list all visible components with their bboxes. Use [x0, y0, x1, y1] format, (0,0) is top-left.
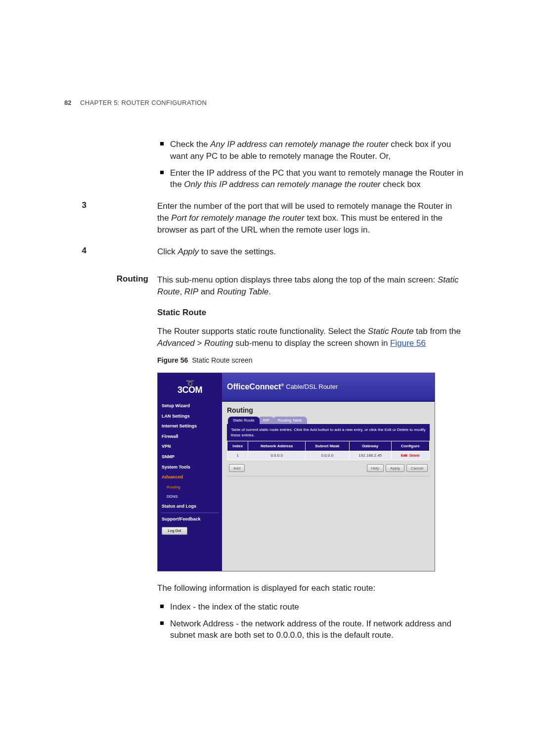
th-configure: Configure — [391, 441, 429, 451]
cell-subnet-mask: 0.0.0.0 — [305, 451, 349, 460]
figure-link-56[interactable]: Figure 56 — [390, 338, 426, 348]
routing-intro: This sub-menu option displays three tabs… — [157, 274, 465, 298]
sidebar-item-advanced[interactable]: Advanced — [158, 472, 222, 482]
panel-description: Table of current static route entries. C… — [227, 424, 430, 441]
th-index: Index — [227, 441, 248, 451]
list-item: Check the Any IP address can remotely ma… — [157, 139, 465, 162]
button-row: Add Help Apply Cancel — [227, 460, 430, 476]
th-network-address: Network Address — [248, 441, 305, 451]
sidebar-divider — [161, 513, 219, 513]
delete-link[interactable]: Delete — [409, 454, 420, 457]
product-name: OfficeConnect® — [227, 381, 284, 392]
list-item: Index - the index of the static route — [157, 601, 465, 613]
sidebar-item-routing[interactable]: Routing — [158, 482, 222, 492]
th-subnet-mask: Subnet Mask — [305, 441, 349, 451]
cell-configure: EditDelete — [391, 451, 429, 460]
sidebar-item-lan-settings[interactable]: LAN Settings — [158, 411, 222, 422]
tab-routing-table[interactable]: Routing Table — [273, 417, 307, 424]
sidebar-item-firewall[interactable]: Firewall — [158, 431, 222, 442]
sidebar-item-internet-settings[interactable]: Internet Settings — [158, 421, 222, 431]
section-label-routing: Routing — [91, 274, 157, 648]
sidebar-item-support[interactable]: Support/Feedback — [158, 514, 222, 524]
add-button[interactable]: Add — [229, 464, 245, 472]
button-group-right: Help Apply Cancel — [367, 464, 428, 472]
static-route-heading: Static Route — [157, 307, 465, 319]
edit-link[interactable]: Edit — [401, 454, 407, 457]
step-number-3: 3 — [64, 200, 91, 242]
apply-button[interactable]: Apply — [386, 464, 404, 472]
static-route-para: The Router supports static route functio… — [157, 326, 465, 349]
step-4-text: Click Apply to save the settings. — [157, 246, 465, 258]
chapter-label: CHAPTER 5: ROUTER CONFIGURATION — [80, 99, 207, 106]
after-figure-text: The following information is displayed f… — [157, 582, 465, 594]
logout-button[interactable]: Log Out — [162, 527, 187, 535]
bullet-list-remote: Check the Any IP address can remotely ma… — [157, 139, 465, 190]
panel-title: Routing — [227, 406, 430, 416]
cell-index: 1 — [227, 451, 248, 460]
th-gateway: Gateway — [349, 441, 391, 451]
product-subtitle: Cable/DSL Router — [286, 382, 338, 391]
brand-logo: ➰ 3COM — [158, 373, 222, 401]
running-header: 82 CHAPTER 5: ROUTER CONFIGURATION — [64, 99, 207, 106]
step-3-text: Enter the number of the port that will b… — [157, 200, 465, 236]
tab-bar: Static Route RIP Routing Table — [228, 417, 430, 424]
label-blank — [91, 139, 157, 197]
figure-56-screenshot: ➰ 3COM Setup Wizard LAN Settings Interne… — [157, 373, 435, 571]
ordinal-blank — [64, 139, 91, 197]
sidebar-item-snmp[interactable]: SNMP — [158, 452, 222, 462]
table-row: 1 0.0.0.0 0.0.0.0 192.168.2.45 EditDelet… — [227, 451, 430, 460]
figure-caption: Figure 56Static Route screen — [157, 356, 465, 366]
list-item: Enter the IP address of the PC that you … — [157, 167, 465, 191]
bullet-list-route-info: Index - the index of the static route Ne… — [157, 601, 465, 641]
sidebar-item-ddns[interactable]: DDNS — [158, 492, 222, 501]
cell-network-address: 0.0.0.0 — [248, 451, 305, 460]
static-route-table: Index Network Address Subnet Mask Gatewa… — [227, 441, 430, 460]
cancel-button[interactable]: Cancel — [406, 464, 428, 472]
app-header: OfficeConnect® Cable/DSL Router — [222, 373, 435, 402]
sidebar-item-setup-wizard[interactable]: Setup Wizard — [158, 401, 222, 411]
tab-static-route[interactable]: Static Route — [228, 417, 260, 424]
page-number: 82 — [64, 99, 71, 106]
tab-rip[interactable]: RIP — [258, 417, 274, 424]
help-button[interactable]: Help — [367, 464, 384, 472]
cell-gateway: 192.168.2.45 — [349, 451, 391, 460]
list-item: Network Address - the network address of… — [157, 618, 465, 642]
sidebar-item-status[interactable]: Status and Logs — [158, 501, 222, 512]
main-panel: OfficeConnect® Cable/DSL Router Routing … — [222, 373, 435, 571]
step-number-4: 4 — [64, 246, 91, 265]
sidebar-item-vpn[interactable]: VPN — [158, 441, 222, 452]
content-panel: Routing Static Route RIP Routing Table T… — [222, 402, 435, 571]
sidebar: ➰ 3COM Setup Wizard LAN Settings Interne… — [158, 373, 222, 571]
panel-fill — [227, 476, 430, 476]
sidebar-item-system-tools[interactable]: System Tools — [158, 462, 222, 472]
